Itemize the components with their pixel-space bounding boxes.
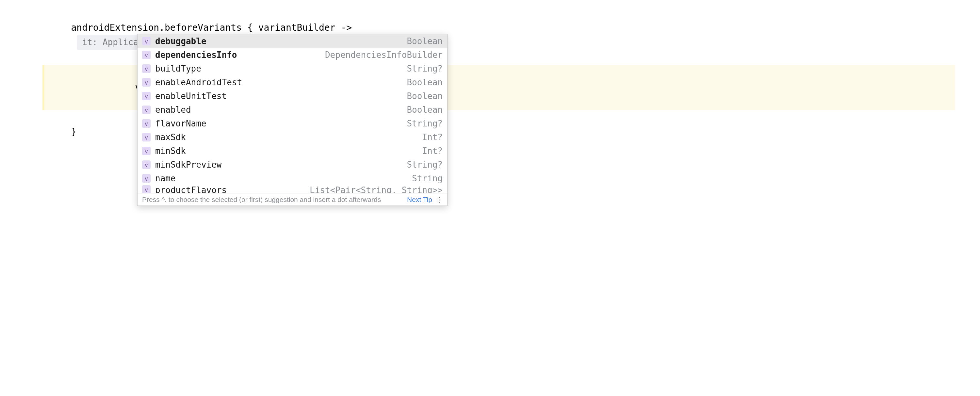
autocomplete-item-name[interactable]: vnameString [137,172,447,185]
completion-name: productFlavors [155,185,306,193]
autocomplete-popup[interactable]: vdebuggableBooleanvdependenciesInfoDepen… [137,34,447,206]
autocomplete-item-flavorName[interactable]: vflavorNameString? [137,117,447,130]
variable-icon: v [142,51,151,59]
variable-icon: v [142,147,151,155]
completion-type: String? [407,64,442,73]
completion-name: flavorName [155,119,403,129]
autocomplete-item-buildType[interactable]: vbuildTypeString? [137,62,447,75]
variable-icon: v [142,92,151,100]
autocomplete-item-maxSdk[interactable]: vmaxSdkInt? [137,130,447,144]
variable-icon: v [142,161,151,169]
completion-name: debuggable [155,36,403,46]
variable-icon: v [142,105,151,114]
variable-icon: v [142,64,151,73]
next-tip-link[interactable]: Next Tip [407,196,432,204]
completion-type: Int? [422,146,442,156]
kebab-menu-icon[interactable]: ⋯ [435,196,444,203]
completion-name: minSdkPreview [155,160,403,170]
completion-name: enabled [155,105,403,115]
completion-name: minSdk [155,146,419,156]
autocomplete-item-enabled[interactable]: venabledBoolean [137,103,447,117]
autocomplete-item-dependenciesInfo[interactable]: vdependenciesInfoDependenciesInfoBuilder [137,48,447,62]
completion-name: maxSdk [155,132,419,142]
variable-icon: v [142,174,151,183]
autocomplete-item-minSdk[interactable]: vminSdkInt? [137,144,447,158]
completion-type: Int? [422,132,442,142]
completion-type: List<Pair<String, String>> [310,185,442,193]
completion-name: dependenciesInfo [155,50,322,60]
autocomplete-list[interactable]: vdebuggableBooleanvdependenciesInfoDepen… [137,34,447,193]
code-editor[interactable]: androidExtension.beforeVariants { varian… [0,0,980,153]
variable-icon: v [142,133,151,142]
completion-type: Boolean [407,78,442,87]
completion-name: name [155,173,409,183]
autocomplete-item-productFlavors[interactable]: vproductFlavorsList<Pair<String, String>… [137,185,447,193]
autocomplete-item-enableAndroidTest[interactable]: venableAndroidTestBoolean [137,75,447,89]
variable-icon: v [142,78,151,87]
variable-icon: v [142,185,151,193]
code-text: androidExtension.beforeVariants { varian… [71,22,352,33]
code-text: } [71,126,76,137]
completion-type: Boolean [407,91,442,101]
variable-icon: v [142,37,151,45]
variable-icon: v [142,119,151,128]
footer-hint-text: Press ^. to choose the selected (or firs… [142,196,403,204]
completion-type: Boolean [407,105,442,115]
completion-type: String? [407,160,442,170]
completion-type: String? [407,119,442,129]
completion-type: DependenciesInfoBuilder [325,50,442,60]
autocomplete-item-debuggable[interactable]: vdebuggableBoolean [137,34,447,48]
completion-type: String [412,173,442,183]
completion-name: enableAndroidTest [155,78,403,87]
completion-type: Boolean [407,36,442,46]
autocomplete-footer: Press ^. to choose the selected (or firs… [137,193,447,205]
completion-name: buildType [155,64,403,73]
autocomplete-item-enableUnitTest[interactable]: venableUnitTestBoolean [137,89,447,103]
autocomplete-item-minSdkPreview[interactable]: vminSdkPreviewString? [137,158,447,172]
completion-name: enableUnitTest [155,91,403,101]
